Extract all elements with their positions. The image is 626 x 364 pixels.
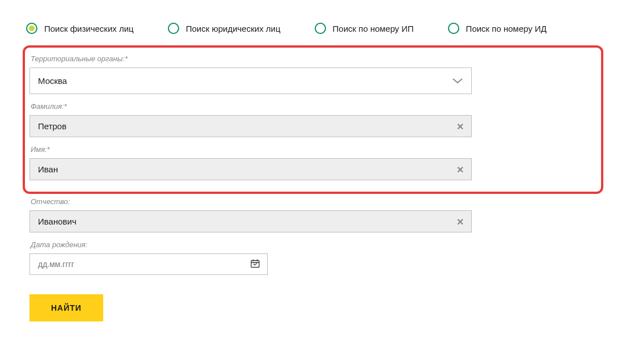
patronymic-wrap: ✕ (29, 210, 472, 232)
territory-field-group: Территориальные органы:* Москва (29, 54, 597, 94)
radio-unselected-icon (448, 23, 459, 34)
birthdate-wrap (29, 253, 268, 275)
radio-ip[interactable]: Поиск по номеру ИП (315, 23, 414, 34)
firstname-label: Имя:* (29, 145, 597, 154)
territory-label: Территориальные органы:* (29, 54, 597, 63)
firstname-input[interactable] (29, 158, 472, 180)
firstname-field-group: Имя:* ✕ (29, 145, 597, 180)
submit-button[interactable]: НАЙТИ (29, 294, 103, 321)
radio-physical-label: Поиск физических лиц (44, 24, 134, 33)
search-type-radios: Поиск физических лиц Поиск юридических л… (23, 23, 603, 34)
lastname-label: Фамилия:* (29, 102, 597, 111)
radio-id[interactable]: Поиск по номеру ИД (448, 23, 547, 34)
radio-ip-label: Поиск по номеру ИП (333, 24, 414, 33)
radio-id-label: Поиск по номеру ИД (466, 24, 547, 33)
highlighted-fields-box: Территориальные органы:* Москва Фамилия:… (23, 45, 603, 194)
clear-firstname-icon[interactable]: ✕ (456, 164, 464, 175)
radio-legal[interactable]: Поиск юридических лиц (168, 23, 281, 34)
patronymic-input[interactable] (29, 210, 472, 232)
birthdate-field-group: Дата рождения: (29, 240, 603, 275)
outer-fields: Отчество: ✕ Дата рождения: НАЙТИ (23, 197, 603, 321)
birthdate-label: Дата рождения: (29, 240, 603, 249)
territory-select[interactable]: Москва (29, 67, 472, 94)
clear-lastname-icon[interactable]: ✕ (456, 121, 464, 132)
lastname-wrap: ✕ (29, 115, 472, 137)
territory-select-wrap: Москва (29, 67, 472, 94)
lastname-field-group: Фамилия:* ✕ (29, 102, 597, 137)
radio-legal-label: Поиск юридических лиц (186, 24, 281, 33)
patronymic-label: Отчество: (29, 197, 603, 206)
radio-unselected-icon (315, 23, 326, 34)
patronymic-field-group: Отчество: ✕ (29, 197, 603, 232)
lastname-input[interactable] (29, 115, 472, 137)
firstname-wrap: ✕ (29, 158, 472, 180)
radio-unselected-icon (168, 23, 179, 34)
radio-physical[interactable]: Поиск физических лиц (26, 23, 134, 34)
radio-selected-icon (26, 23, 37, 34)
birthdate-input[interactable] (29, 253, 268, 275)
clear-patronymic-icon[interactable]: ✕ (456, 216, 464, 227)
